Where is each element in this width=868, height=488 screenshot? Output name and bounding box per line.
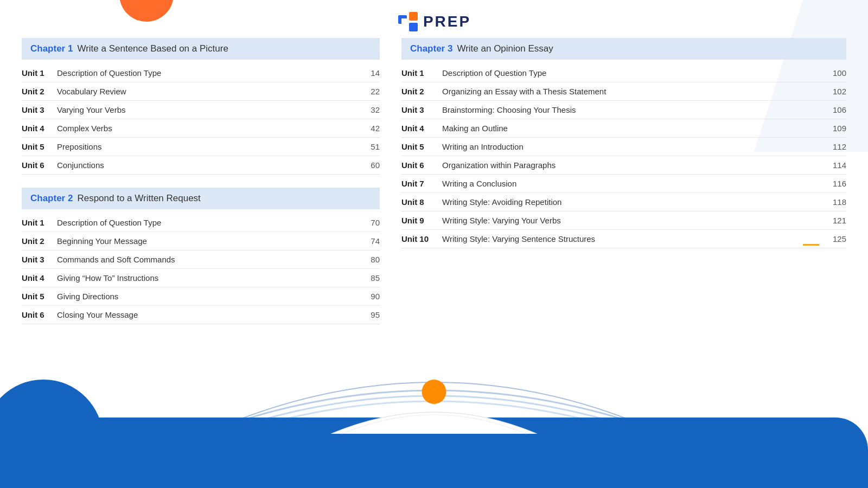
unit-page: 102 xyxy=(819,87,846,96)
unit-title: Writing Style: Varying Sentence Structur… xyxy=(442,234,819,243)
unit-label: Unit 1 xyxy=(22,218,57,227)
book-spine-circle xyxy=(422,380,446,404)
list-item: Unit 2 Vocabulary Review 22 xyxy=(22,82,380,101)
chapter2-units: Unit 1 Description of Question Type 70 U… xyxy=(22,214,380,324)
list-item: Unit 1 Description of Question Type 70 xyxy=(22,214,380,232)
book-illustration xyxy=(0,347,868,488)
chapter3-label: Chapter 3 xyxy=(410,43,452,54)
logo-icon xyxy=(397,11,419,33)
unit-page: 109 xyxy=(819,124,846,133)
unit-label: Unit 6 xyxy=(22,160,57,170)
unit-page: 114 xyxy=(819,160,846,170)
unit-title: Organization within Paragraphs xyxy=(442,160,819,170)
unit-page: 60 xyxy=(358,160,380,170)
chapter1-units: Unit 1 Description of Question Type 14 U… xyxy=(22,64,380,175)
logo-text: PREP xyxy=(423,13,471,30)
svg-rect-1 xyxy=(409,12,418,21)
unit-page: 51 xyxy=(358,142,380,151)
unit-label: Unit 3 xyxy=(22,255,57,264)
unit-title: Varying Your Verbs xyxy=(57,105,358,114)
list-item: Unit 9 Writing Style: Varying Your Verbs… xyxy=(401,211,846,230)
unit-title: Making an Outline xyxy=(442,124,819,133)
unit-page: 95 xyxy=(358,310,380,319)
unit-page: 32 xyxy=(358,105,380,114)
unit-label: Unit 2 xyxy=(22,236,57,246)
unit-title: Giving Directions xyxy=(57,292,358,301)
chapter3-title: Write an Opinion Essay xyxy=(457,43,553,54)
unit-title: Complex Verbs xyxy=(57,124,358,133)
unit-label: Unit 8 xyxy=(401,197,442,207)
chapter2-header: Chapter 2 Respond to a Written Request xyxy=(22,188,380,209)
svg-rect-3 xyxy=(401,18,407,24)
unit-label: Unit 6 xyxy=(401,160,442,170)
left-column: Chapter 1 Write a Sentence Based on a Pi… xyxy=(22,38,391,324)
list-item: Unit 6 Organization within Paragraphs 11… xyxy=(401,156,846,175)
list-item: Unit 8 Writing Style: Avoiding Repetitio… xyxy=(401,193,846,211)
chapter3-header: Chapter 3 Write an Opinion Essay xyxy=(401,38,846,60)
header: PREP xyxy=(0,0,868,38)
unit-page: 74 xyxy=(358,236,380,246)
unit-label: Unit 5 xyxy=(22,292,57,301)
list-item: Unit 5 Writing an Introduction 112 xyxy=(401,138,846,156)
unit-page: 14 xyxy=(358,68,380,78)
svg-rect-2 xyxy=(409,23,418,31)
unit-title: Description of Question Type xyxy=(57,218,358,227)
list-item: Unit 1 Description of Question Type 14 xyxy=(22,64,380,82)
unit-page: 121 xyxy=(819,216,846,225)
list-item: Unit 5 Giving Directions 90 xyxy=(22,287,380,306)
chapter2-label: Chapter 2 xyxy=(30,193,73,204)
chapter2-title: Respond to a Written Request xyxy=(77,193,200,204)
unit-page: 80 xyxy=(358,255,380,264)
unit-title: Prepositions xyxy=(57,142,358,151)
list-item: Unit 2 Organizing an Essay with a Thesis… xyxy=(401,82,846,101)
list-item: Unit 4 Complex Verbs 42 xyxy=(22,119,380,138)
unit-label: Unit 2 xyxy=(401,87,442,96)
unit-title: Writing Style: Avoiding Repetition xyxy=(442,197,819,207)
yellow-underline xyxy=(803,244,819,246)
unit-page: 106 xyxy=(819,105,846,114)
chapter1-title: Write a Sentence Based on a Picture xyxy=(77,43,228,54)
unit-label: Unit 2 xyxy=(22,87,57,96)
unit-page: 100 xyxy=(819,68,846,78)
list-item: Unit 3 Brainstorming: Choosing Your Thes… xyxy=(401,101,846,119)
unit-title: Writing an Introduction xyxy=(442,142,819,151)
unit-title: Description of Question Type xyxy=(57,68,358,78)
unit-page: 85 xyxy=(358,273,380,282)
unit-title: Vocabulary Review xyxy=(57,87,358,96)
list-item: Unit 4 Making an Outline 109 xyxy=(401,119,846,138)
list-item: Unit 2 Beginning Your Message 74 xyxy=(22,232,380,251)
unit-label: Unit 1 xyxy=(22,68,57,78)
list-item: Unit 6 Closing Your Message 95 xyxy=(22,306,380,324)
unit-title: Description of Question Type xyxy=(442,68,819,78)
unit-page: 70 xyxy=(358,218,380,227)
unit-page: 116 xyxy=(819,179,846,188)
unit-page: 90 xyxy=(358,292,380,301)
unit-label: Unit 4 xyxy=(22,273,57,282)
logo: PREP xyxy=(397,11,471,33)
unit-page: 112 xyxy=(819,142,846,151)
unit-label: Unit 9 xyxy=(401,216,442,225)
chapter3-units: Unit 1 Description of Question Type 100 … xyxy=(401,64,846,248)
unit-label: Unit 10 xyxy=(401,234,442,243)
unit-title: Writing a Conclusion xyxy=(442,179,819,188)
unit-label: Unit 5 xyxy=(22,142,57,151)
unit-label: Unit 4 xyxy=(22,124,57,133)
unit-title: Brainstorming: Choosing Your Thesis xyxy=(442,105,819,114)
main-content: Chapter 1 Write a Sentence Based on a Pi… xyxy=(0,38,868,324)
unit-label: Unit 1 xyxy=(401,68,442,78)
list-item: Unit 6 Conjunctions 60 xyxy=(22,156,380,175)
list-item: Unit 5 Prepositions 51 xyxy=(22,138,380,156)
unit-label: Unit 3 xyxy=(22,105,57,114)
right-column: Chapter 3 Write an Opinion Essay Unit 1 … xyxy=(391,38,846,324)
list-item: Unit 10 Writing Style: Varying Sentence … xyxy=(401,230,846,248)
unit-title: Beginning Your Message xyxy=(57,236,358,246)
unit-title: Closing Your Message xyxy=(57,310,358,319)
unit-page: 22 xyxy=(358,87,380,96)
unit-page: 42 xyxy=(358,124,380,133)
unit-title: Organizing an Essay with a Thesis Statem… xyxy=(442,87,819,96)
unit-page: 125 xyxy=(819,234,846,243)
unit-title: Commands and Soft Commands xyxy=(57,255,358,264)
chapter-spacer xyxy=(22,175,380,188)
unit-label: Unit 3 xyxy=(401,105,442,114)
list-item: Unit 7 Writing a Conclusion 116 xyxy=(401,175,846,193)
